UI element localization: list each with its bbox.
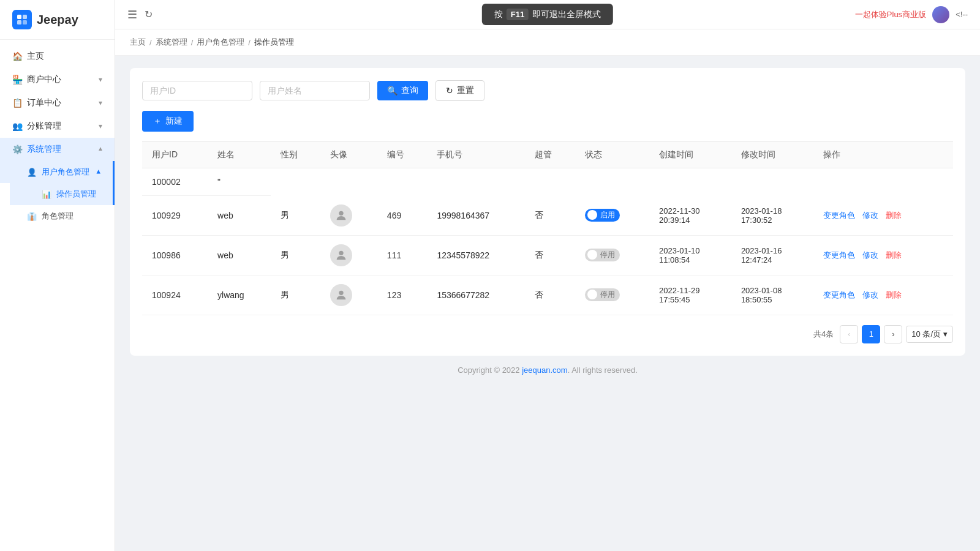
change-role-button[interactable]: 变更角色 — [823, 290, 855, 299]
status-toggle[interactable]: 停用 — [585, 249, 620, 261]
fullscreen-suffix: 即可退出全屏模式 — [532, 9, 601, 20]
delete-button[interactable]: 删除 — [886, 250, 902, 260]
plus-link[interactable]: 一起体验Plus商业版 — [855, 9, 926, 20]
cell-status: 停用 — [575, 235, 649, 275]
chevron-up-icon-2: ▾ — [96, 168, 100, 177]
cell-id: 100929 — [142, 196, 208, 236]
cell-status: 停用 — [575, 275, 649, 315]
change-role-button[interactable]: 变更角色 — [823, 250, 855, 260]
breadcrumb-user-role[interactable]: 用户角色管理 — [197, 37, 244, 48]
logo-icon — [12, 10, 32, 29]
cell-avatar — [320, 275, 377, 315]
sidebar-item-merchant-label: 商户中心 — [27, 74, 61, 85]
sidebar-item-system[interactable]: ⚙️ 系统管理 ▾ — [0, 138, 115, 161]
edit-button[interactable]: 修改 — [862, 290, 878, 299]
menu-toggle-button[interactable]: ☰ — [127, 10, 137, 20]
cell-actions: 变更角色 修改 删除 — [813, 275, 953, 315]
sidebar-item-order-label: 订单中心 — [27, 97, 61, 108]
avatar-img — [330, 284, 352, 306]
cell-gender: 男 — [271, 196, 321, 236]
fullscreen-prefix: 按 — [494, 9, 503, 20]
topbar-right: 一起体验Plus商业版 <!-- — [855, 6, 968, 23]
status-toggle[interactable]: 启用 — [585, 209, 620, 222]
reset-icon: ↻ — [446, 86, 453, 96]
breadcrumb-home[interactable]: 主页 — [130, 37, 146, 48]
page-size-select[interactable]: 10 条/页 ▾ — [906, 326, 953, 343]
shop-icon: 🏪 — [12, 75, 22, 84]
search-button[interactable]: 🔍 查询 — [377, 81, 428, 100]
prev-page-button[interactable]: ‹ — [840, 325, 858, 343]
search-button-label: 查询 — [401, 85, 418, 96]
table-row: 100986 web 男 111 12345578922 否 停用 2023-0… — [142, 235, 953, 275]
chevron-down-icon: ▾ — [99, 75, 102, 84]
new-button[interactable]: ＋ 新建 — [142, 111, 194, 132]
delete-button[interactable]: 删除 — [886, 290, 902, 299]
cell-actions: 变更角色 修改 删除 — [813, 235, 953, 275]
cell-super: 否 — [525, 235, 575, 275]
change-role-button[interactable]: 变更角色 — [823, 211, 855, 220]
sidebar-item-operator[interactable]: 📊 操作员管理 — [10, 183, 115, 205]
cell-create-time: 2022-11-30 20:39:14 — [649, 196, 731, 236]
sidebar-item-user-role-label: 用户角色管理 — [42, 167, 89, 178]
sidebar-item-order[interactable]: 📋 订单中心 ▾ — [0, 91, 115, 114]
table-row: 100002 " — [142, 168, 953, 196]
svg-rect-0 — [17, 15, 21, 19]
operator-icon: 📊 — [42, 189, 51, 199]
page-1-button[interactable]: 1 — [862, 325, 880, 343]
delete-button[interactable]: 删除 — [886, 211, 902, 220]
col-header-modify: 修改时间 — [731, 142, 813, 168]
breadcrumb-sep-3: / — [248, 38, 251, 47]
user-role-icon: 👤 — [27, 167, 37, 177]
sidebar-item-merchant[interactable]: 🏪 商户中心 ▾ — [0, 68, 115, 91]
cell-actions: 变更角色 修改 删除 — [813, 196, 953, 236]
cell-id: 100002 — [142, 168, 208, 196]
breadcrumb-system[interactable]: 系统管理 — [156, 37, 187, 48]
chevron-down-icon-2: ▾ — [99, 99, 102, 107]
order-icon: 📋 — [12, 98, 22, 108]
sidebar-item-role-label: 角色管理 — [42, 211, 74, 222]
user-name-input[interactable] — [260, 81, 370, 100]
cell-code: 111 — [377, 235, 428, 275]
cell-gender: 男 — [271, 235, 321, 275]
search-bar: 🔍 查询 ↻ 重置 — [142, 80, 953, 101]
cell-modify-time: 2023-01-16 12:47:24 — [731, 235, 813, 275]
edit-button[interactable]: 修改 — [862, 211, 878, 220]
col-header-super: 超管 — [525, 142, 575, 168]
sidebar-item-user-role[interactable]: 👤 用户角色管理 ▾ — [0, 161, 115, 183]
home-icon: 🏠 — [12, 51, 22, 61]
cell-name: web — [208, 235, 271, 275]
sidebar-item-split[interactable]: 👥 分账管理 ▾ — [0, 114, 115, 138]
fullscreen-notice: 按 F11 即可退出全屏模式 — [482, 4, 613, 25]
col-header-name: 姓名 — [208, 142, 271, 168]
reset-button-label: 重置 — [457, 85, 474, 96]
operator-submenu: 📊 操作员管理 — [0, 183, 115, 205]
next-page-button[interactable]: › — [884, 325, 902, 343]
refresh-button[interactable]: ↻ — [145, 9, 153, 20]
footer-link[interactable]: jeequan.com — [522, 365, 567, 375]
col-header-id: 用户ID — [142, 142, 208, 168]
setting-icon: ⚙️ — [12, 144, 22, 154]
avatar-img — [330, 244, 352, 266]
sidebar-item-home[interactable]: 🏠 主页 — [0, 45, 115, 68]
sidebar: Jeepay 🏠 主页 🏪 商户中心 ▾ 📋 订单中心 ▾ 👥 分账管理 ▾ ⚙… — [0, 0, 115, 551]
col-header-create: 创建时间 — [649, 142, 731, 168]
reset-button[interactable]: ↻ 重置 — [435, 80, 484, 101]
cell-id: 100986 — [142, 235, 208, 275]
topbar: ☰ ↻ 按 F11 即可退出全屏模式 一起体验Plus商业版 <!-- — [115, 0, 980, 29]
cell-create-time: 2022-11-29 17:55:45 — [649, 275, 731, 315]
logo-area: Jeepay — [0, 0, 115, 40]
table-body: 100002 " 100929 web 男 469 19998164367 否 … — [142, 168, 953, 315]
breadcrumb: 主页 / 系统管理 / 用户角色管理 / 操作员管理 — [115, 29, 980, 56]
edit-button[interactable]: 修改 — [862, 250, 878, 260]
col-header-code: 编号 — [377, 142, 428, 168]
cell-phone: 19998164367 — [427, 196, 525, 236]
status-toggle[interactable]: 停用 — [585, 288, 620, 301]
split-icon: 👥 — [12, 121, 22, 131]
role-icon: 👔 — [27, 211, 37, 221]
logo-text: Jeepay — [37, 13, 78, 27]
sidebar-item-role[interactable]: 👔 角色管理 — [0, 205, 115, 227]
user-id-input[interactable] — [142, 81, 252, 100]
page-size-label: 10 条/页 — [911, 329, 941, 340]
breadcrumb-current: 操作员管理 — [254, 37, 294, 48]
cell-gender: 男 — [271, 275, 321, 315]
